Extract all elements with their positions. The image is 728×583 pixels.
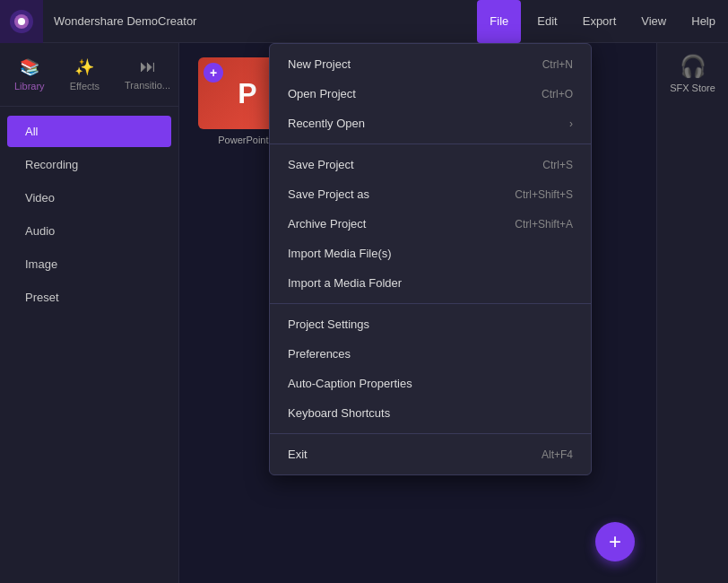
menu-save-project[interactable]: Save Project Ctrl+S [270, 150, 591, 179]
menu-project-settings[interactable]: Project Settings [270, 309, 591, 339]
menu-exit[interactable]: Exit Alt+F4 [270, 439, 591, 469]
new-project-label: New Project [288, 57, 542, 71]
open-project-shortcut: Ctrl+O [542, 88, 573, 100]
sfx-store-label: SFX Store [670, 83, 715, 93]
transitions-icon: ⏭ [140, 57, 156, 76]
sidebar-item-audio[interactable]: Audio [7, 215, 171, 247]
menu-auto-caption[interactable]: Auto-Caption Properties [270, 369, 591, 398]
archive-project-shortcut: Ctrl+Shift+A [515, 218, 573, 231]
menu-item-help[interactable]: Help [679, 0, 728, 43]
new-project-shortcut: Ctrl+N [542, 58, 573, 71]
auto-caption-label: Auto-Caption Properties [288, 377, 573, 390]
menu-item-view[interactable]: View [628, 0, 679, 43]
menu-open-project[interactable]: Open Project Ctrl+O [270, 79, 591, 109]
tab-transitions[interactable]: ⏭ Transitio... [114, 50, 181, 99]
sidebar-item-all[interactable]: All [7, 116, 171, 147]
title-bar: Wondershare DemoCreator File Edit Export… [0, 0, 728, 43]
dropdown-section-4: Exit Alt+F4 [270, 433, 591, 474]
menu-item-file[interactable]: File [477, 0, 521, 43]
svg-point-2 [18, 18, 25, 25]
menu-import-media-files[interactable]: Import Media File(s) [270, 239, 591, 268]
archive-project-label: Archive Project [288, 217, 515, 231]
effects-icon: ✨ [74, 57, 94, 77]
app-title: Wondershare DemoCreator [43, 14, 473, 28]
keyboard-shortcuts-label: Keyboard Shortcuts [288, 406, 573, 420]
import-media-files-label: Import Media File(s) [288, 247, 573, 260]
menu-item-export[interactable]: Export [570, 0, 629, 43]
open-project-label: Open Project [288, 87, 542, 100]
sidebar-item-video[interactable]: Video [7, 182, 171, 213]
tab-transitions-label: Transitio... [125, 80, 170, 91]
toolbar-tabs: 📚 Library ✨ Effects ⏭ Transitio... [0, 43, 178, 107]
menu-archive-project[interactable]: Archive Project Ctrl+Shift+A [270, 209, 591, 239]
recently-open-label: Recently Open [288, 117, 569, 130]
sidebar: 📚 Library ✨ Effects ⏭ Transitio... All R… [0, 43, 179, 583]
import-media-folder-label: Import a Media Folder [288, 276, 573, 290]
menu-preferences[interactable]: Preferences [270, 339, 591, 369]
menu-bar: File Edit Export View Help [473, 0, 728, 42]
tab-effects[interactable]: ✨ Effects [59, 50, 110, 99]
dropdown-section-3: Project Settings Preferences Auto-Captio… [270, 303, 591, 433]
media-label: PowerPoint... [218, 135, 276, 145]
tab-effects-label: Effects [70, 81, 100, 91]
menu-import-media-folder[interactable]: Import a Media Folder [270, 268, 591, 298]
sidebar-item-image[interactable]: Image [7, 248, 171, 280]
sfx-store-button[interactable]: 🎧 SFX Store [670, 54, 715, 93]
app-logo [0, 0, 43, 43]
exit-label: Exit [288, 448, 542, 461]
powerpoint-icon: P [238, 77, 256, 110]
menu-keyboard-shortcuts[interactable]: Keyboard Shortcuts [270, 398, 591, 428]
library-nav: All Recording Video Audio Image Preset [0, 107, 178, 583]
save-project-as-shortcut: Ctrl+Shift+S [515, 188, 573, 201]
sidebar-item-preset[interactable]: Preset [7, 282, 171, 313]
library-icon: 📚 [20, 57, 39, 77]
project-settings-label: Project Settings [288, 318, 573, 331]
tab-library-label: Library [14, 81, 45, 91]
right-panel: 🎧 SFX Store [656, 43, 728, 583]
fab-add-button[interactable]: + [595, 522, 635, 561]
menu-new-project[interactable]: New Project Ctrl+N [270, 49, 591, 79]
menu-save-project-as[interactable]: Save Project as Ctrl+Shift+S [270, 179, 591, 209]
dropdown-section-2: Save Project Ctrl+S Save Project as Ctrl… [270, 144, 591, 303]
save-project-label: Save Project [288, 158, 542, 171]
exit-shortcut: Alt+F4 [542, 448, 573, 461]
sidebar-item-recording[interactable]: Recording [7, 149, 171, 180]
add-media-button[interactable]: + [204, 63, 223, 83]
menu-recently-open[interactable]: Recently Open › [270, 109, 591, 138]
preferences-label: Preferences [288, 347, 573, 361]
menu-item-edit[interactable]: Edit [524, 0, 569, 43]
tab-library[interactable]: 📚 Library [4, 50, 56, 99]
recently-open-arrow: › [569, 117, 573, 130]
save-project-shortcut: Ctrl+S [542, 159, 573, 171]
save-project-as-label: Save Project as [288, 187, 515, 201]
dropdown-section-1: New Project Ctrl+N Open Project Ctrl+O R… [270, 44, 591, 144]
sfx-store-icon: 🎧 [680, 54, 706, 79]
file-dropdown-menu: New Project Ctrl+N Open Project Ctrl+O R… [269, 43, 592, 475]
